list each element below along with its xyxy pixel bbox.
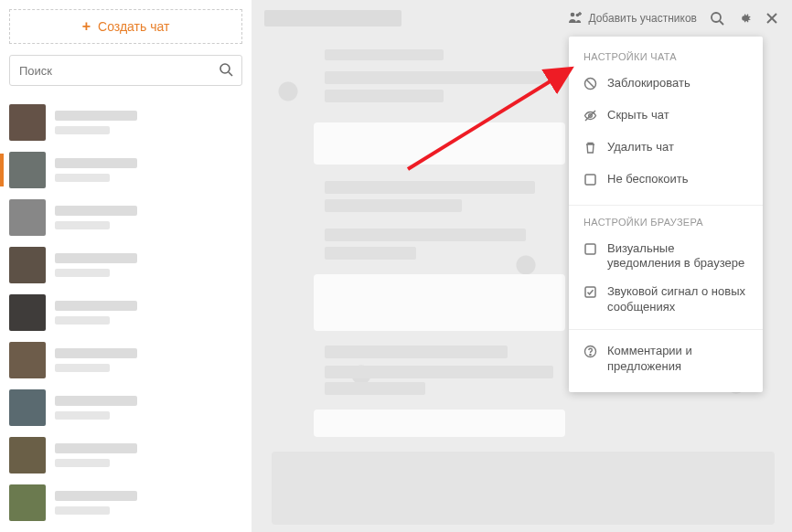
message-blur <box>325 71 562 84</box>
gear-icon[interactable] <box>737 11 752 26</box>
eye-off-icon <box>583 109 598 127</box>
chat-name-blur <box>55 443 137 453</box>
search-wrapper <box>9 55 242 86</box>
chat-name-blur <box>55 206 137 216</box>
chat-list-item[interactable] <box>9 336 242 384</box>
svg-line-9 <box>586 80 594 87</box>
chat-item-meta <box>55 443 242 467</box>
svg-rect-12 <box>585 175 595 185</box>
avatar <box>9 484 46 521</box>
avatar <box>9 389 46 426</box>
chat-item-meta <box>55 206 242 229</box>
settings-dropdown: НАСТРОЙКИ ЧАТА Заблокировать Скрыть чат <box>569 37 763 392</box>
chat-list-item[interactable] <box>9 241 242 289</box>
chat-list-item[interactable] <box>9 146 242 194</box>
message-blur <box>325 199 462 212</box>
close-icon[interactable] <box>765 11 779 26</box>
avatar <box>9 247 46 283</box>
block-icon <box>583 77 598 95</box>
message-blur <box>325 247 416 260</box>
avatar <box>9 342 46 378</box>
avatar <box>9 294 46 331</box>
avatar <box>9 104 46 141</box>
chat-preview-blur <box>55 316 110 325</box>
create-chat-button[interactable]: + Создать чат <box>9 9 242 44</box>
checkbox-empty-icon <box>583 173 598 191</box>
avatar <box>9 152 46 188</box>
chat-item-meta <box>55 253 242 277</box>
menu-item-label: Комментарии и предложения <box>607 344 748 375</box>
menu-item-label: Не беспокоить <box>607 172 689 187</box>
chat-preview-blur <box>55 364 110 372</box>
trash-icon <box>583 141 598 159</box>
menu-item-delete[interactable]: Удалить чат <box>569 133 763 165</box>
chat-header: Добавить участников <box>252 0 792 37</box>
message-blur <box>325 346 508 358</box>
search-icon[interactable] <box>219 62 233 80</box>
chat-list <box>9 99 242 527</box>
chat-item-meta <box>55 396 242 420</box>
chat-preview-blur <box>55 174 110 182</box>
message-blur <box>325 181 535 194</box>
svg-point-2 <box>571 12 575 16</box>
chat-item-meta <box>55 111 242 134</box>
settings-section-browser-title: НАСТРОЙКИ БРАУЗЕРА <box>569 213 763 235</box>
chat-list-item[interactable] <box>9 479 242 527</box>
menu-separator <box>569 329 763 330</box>
menu-separator <box>569 205 763 206</box>
message-blur <box>325 382 425 395</box>
message-blur <box>325 90 444 102</box>
message-blur <box>325 49 444 60</box>
create-chat-label: Создать чат <box>98 19 169 34</box>
chat-item-meta <box>55 491 242 515</box>
svg-rect-13 <box>585 244 595 254</box>
chat-list-item[interactable] <box>9 384 242 431</box>
search-input[interactable] <box>9 55 242 86</box>
chat-name-blur <box>55 158 137 168</box>
chat-preview-blur <box>55 506 110 515</box>
svg-line-1 <box>229 72 232 76</box>
menu-item-label: Удалить чат <box>607 140 674 155</box>
chat-name-blur <box>55 348 137 358</box>
chat-title <box>264 10 401 27</box>
message-blur <box>325 366 553 378</box>
svg-point-0 <box>220 64 230 73</box>
add-participants-button[interactable]: Добавить участников <box>568 11 697 27</box>
menu-item-block[interactable]: Заблокировать <box>569 69 763 101</box>
menu-item-label: Скрыть чат <box>607 108 669 123</box>
chat-list-item[interactable] <box>9 289 242 336</box>
chat-preview-blur <box>55 221 110 229</box>
chat-list-item[interactable] <box>9 431 242 479</box>
chat-list-item[interactable] <box>9 99 242 146</box>
menu-item-feedback[interactable]: Комментарии и предложения <box>569 337 763 381</box>
message-bubble <box>314 410 565 437</box>
menu-item-label: Звуковой сигнал о новых сообщениях <box>607 284 748 315</box>
menu-item-label: Заблокировать <box>607 76 690 91</box>
chat-item-meta <box>55 348 242 372</box>
chat-name-blur <box>55 111 137 121</box>
checkbox-checked-icon <box>583 285 598 303</box>
chat-preview-blur <box>55 411 110 420</box>
add-participants-label: Добавить участников <box>588 12 697 25</box>
menu-item-dnd[interactable]: Не беспокоить <box>569 165 763 197</box>
svg-line-5 <box>720 21 723 25</box>
header-search-icon[interactable] <box>710 11 724 26</box>
menu-item-visual-notifications[interactable]: Визуальные уведомления в браузере <box>569 235 763 279</box>
chat-item-meta <box>55 158 242 182</box>
chat-list-panel: + Создать чат <box>0 0 252 532</box>
svg-point-4 <box>712 13 721 22</box>
message-bubble <box>314 122 565 165</box>
avatar <box>9 199 46 236</box>
menu-item-hide[interactable]: Скрыть чат <box>569 101 763 133</box>
checkbox-empty-icon <box>583 242 598 261</box>
plus-icon: + <box>82 18 91 35</box>
chat-name-blur <box>55 301 137 311</box>
settings-section-chat-title: НАСТРОЙКИ ЧАТА <box>569 48 763 69</box>
question-icon <box>583 345 598 363</box>
menu-item-sound-notifications[interactable]: Звуковой сигнал о новых сообщениях <box>569 278 763 322</box>
chat-name-blur <box>55 396 137 406</box>
chat-list-item[interactable] <box>9 194 242 241</box>
chat-name-blur <box>55 253 137 263</box>
chat-preview-blur <box>55 126 110 134</box>
add-participants-icon <box>568 11 583 27</box>
